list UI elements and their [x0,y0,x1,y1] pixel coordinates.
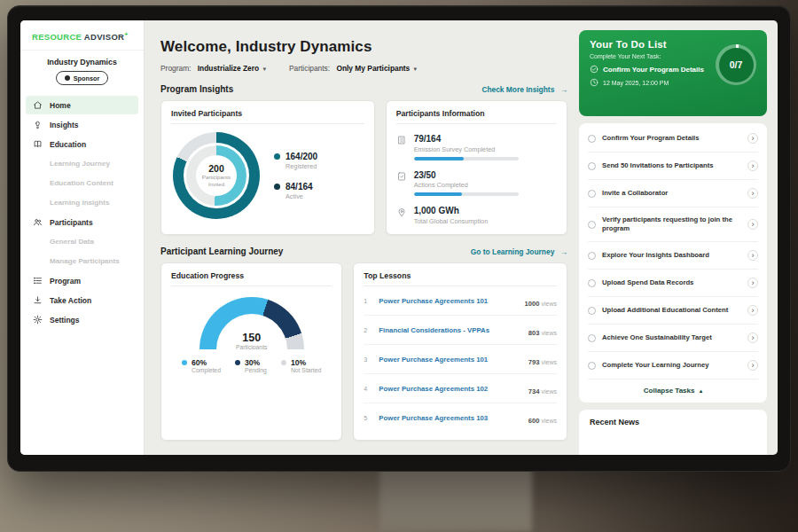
building-icon [396,135,407,145]
task-label: Explore Your Insights Dashboard [602,251,741,260]
sidebar-item-learning-journey[interactable]: Learning Journey [26,154,138,173]
checkbox-icon[interactable] [588,135,596,143]
task-row-confirm-program[interactable]: Confirm Your Program Details › [588,125,758,153]
lesson-rank: 1 [364,298,372,304]
chevron-right-icon[interactable]: › [747,133,758,144]
collapse-tasks-button[interactable]: Collapse Tasks ▴ [588,379,758,403]
todo-progress-ring: 0/7 [716,44,756,85]
nav-label: General Data [50,238,94,246]
sponsor-icon [65,75,70,81]
task-row-upload-spend-data[interactable]: Upload Spend Data Records › [588,270,758,297]
checkbox-icon[interactable] [588,307,596,315]
stat-actions-completed: 23/50 Actions Completed [396,170,557,197]
sidebar-item-program[interactable]: Program [26,271,138,290]
sidebar-item-home[interactable]: Home [26,96,138,114]
chevron-right-icon[interactable]: › [747,305,758,316]
views-word: views [541,359,557,365]
task-row-upload-educational-content[interactable]: Upload Additional Educational Content › [588,297,758,325]
nav-label: Education Content [50,179,113,187]
education-progress-card: Education Progress 150 Participants [160,262,342,441]
nav-label: Home [50,101,71,110]
program-filter: Program: Industrialize Zero ▾ [160,64,266,73]
chevron-right-icon[interactable]: › [747,250,758,261]
education-gauge-chart: 150 Participants [200,297,304,349]
org-name: Industry Dynamics [26,58,138,66]
task-label: Upload Additional Educational Content [602,306,741,315]
lesson-row: 5 Power Purchase Agreements 103 600views [364,403,557,432]
checkbox-icon[interactable] [588,162,596,170]
lesson-link[interactable]: Power Purchase Agreements 101 [379,297,517,305]
checkbox-icon[interactable] [588,221,596,229]
participants-select[interactable]: Only My Participants ▾ [336,64,417,73]
pin-icon [396,207,407,217]
check-more-insights-link[interactable]: Check More Insights → [481,85,567,94]
chevron-right-icon[interactable]: › [747,332,758,343]
legend-dot [235,360,240,365]
lesson-link[interactable]: Power Purchase Agreements 103 [379,414,520,422]
home-icon [33,100,43,111]
go-to-learning-journey-link[interactable]: Go to Learning Journey → [471,247,567,256]
donut-legend: 164/200 Registered 84/164 Active [274,152,317,200]
program-select-value: Industrialize Zero [198,64,259,73]
chevron-right-icon[interactable]: › [747,188,758,199]
stat-emission-survey: 79/164 Emission Survey Completed [396,134,557,160]
lesson-link[interactable]: Power Purchase Agreements 102 [379,385,520,393]
participants-filter-label: Participants: [289,64,330,73]
book-icon [33,139,43,150]
sidebar-item-learning-insights[interactable]: Learning Insights [26,193,138,212]
sidebar-item-participants[interactable]: Participants [26,213,138,231]
gear-icon [33,315,43,325]
checkbox-icon[interactable] [588,190,596,198]
lightbulb-icon [33,120,43,130]
sidebar-item-education-content[interactable]: Education Content [26,174,138,192]
task-row-explore-insights[interactable]: Explore Your Insights Dashboard › [588,242,758,270]
sidebar-item-insights[interactable]: Insights [26,115,138,134]
task-row-achieve-target[interactable]: Achieve One Sustainability Target › [588,325,758,352]
chevron-right-icon[interactable]: › [747,219,758,230]
task-label: Complete Your Learning Journey [602,361,741,370]
card-title: Education Progress [171,271,332,286]
participants-filter: Participants: Only My Participants ▾ [289,64,417,73]
sidebar-item-education[interactable]: Education [26,135,138,153]
task-row-send-invitations[interactable]: Send 50 Invitations to Participants › [588,153,758,180]
lesson-views: 793 [528,358,540,366]
todo-summary-card: Your To Do List Complete Your Next Task:… [579,30,767,116]
todo-panel: Your To Do List Complete Your Next Task:… [579,20,778,455]
checkbox-icon[interactable] [588,252,596,260]
sidebar-item-settings[interactable]: Settings [26,310,138,329]
filter-bar: Program: Industrialize Zero ▾ Participan… [160,64,567,73]
task-label: Verify participants requesting to join t… [602,215,741,233]
checkbox-icon[interactable] [588,334,596,342]
arrow-right-icon: → [560,247,567,256]
legend-label: Completed [192,367,221,373]
chevron-right-icon[interactable]: › [747,160,758,171]
chevron-right-icon[interactable]: › [747,278,758,288]
org-block: Industry Dynamics Sponsor [20,51,144,89]
sidebar-item-manage-participants[interactable]: Manage Participants [26,252,138,270]
legend-label: Active [286,192,313,200]
lesson-link[interactable]: Power Purchase Agreements 101 [379,356,520,364]
logo-plus: + [124,31,128,37]
sidebar-item-take-action[interactable]: Take Action [26,291,138,309]
nav-label: Learning Journey [50,160,110,168]
recent-news-card[interactable]: Recent News [579,410,767,455]
chevron-right-icon[interactable]: › [747,360,758,371]
lesson-link[interactable]: Financial Considerations - VPPAs [379,326,520,334]
progress-bar [414,192,519,196]
todo-next-task-label: Confirm Your Program Details [603,66,704,74]
views-word: views [541,330,557,336]
legend-label: Pending [245,367,267,373]
legend-dot [274,184,280,190]
checkbox-icon[interactable] [588,362,596,370]
checkbox-icon[interactable] [588,279,596,287]
task-row-verify-participants[interactable]: Verify participants requesting to join t… [588,207,758,242]
task-row-invite-collaborator[interactable]: Invite a Collaborator › [588,180,758,207]
views-word: views [541,301,557,307]
app-logo: RESOURCE ADVISOR+ [20,20,144,51]
program-insights-title: Program Insights [160,84,233,94]
program-select[interactable]: Industrialize Zero ▾ [198,64,266,73]
task-row-complete-learning-journey[interactable]: Complete Your Learning Journey › [588,352,758,379]
sidebar-item-general-data[interactable]: General Data [26,232,138,251]
legend-value: 60% [192,358,221,367]
lesson-rank: 2 [364,327,372,333]
